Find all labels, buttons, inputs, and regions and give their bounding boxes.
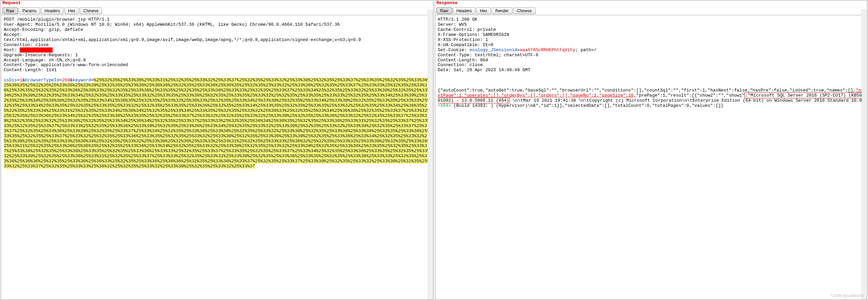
cookie-label: Set-Cookie: (438, 47, 470, 53)
req-line: Accept: (4, 32, 22, 37)
tab-headers[interactable]: Headers (41, 7, 63, 14)
tab-headers[interactable]: Headers (453, 7, 476, 14)
param-name: keyword (73, 78, 91, 83)
req-line: Upgrade-Insecure-Requests: 1 (4, 53, 78, 58)
req-host-label: Host: (4, 47, 20, 53)
req-line: User-Agent: Mozilla/5.0 (Windows NT 10.0… (4, 22, 340, 27)
tab-chinese[interactable]: Chinese (513, 7, 536, 14)
request-pane: Request Raw Params Headers Hex Chinese P… (1, 0, 433, 300)
resp-line: Content-Type: text/html; charset=UTF-8 (438, 53, 538, 58)
param-name: browserTypeId (25, 78, 59, 83)
eq: = (17, 78, 20, 83)
resp-line: Date: Sat, 29 Apr 2023 14:48:49 GMT (438, 67, 531, 73)
response-tabs: Raw Headers Hex Render Chinese (435, 7, 867, 15)
resp-body-mid: "prePage":1,"result":[{"show2":"","show1… (636, 93, 745, 98)
request-tabs: Raw Params Headers Hex Chinese (1, 7, 433, 15)
tab-raw[interactable]: Raw (437, 7, 452, 14)
req-line: Content-Type: application/x-www-form-url… (4, 62, 128, 67)
request-title: Request (1, 0, 433, 7)
scrollbar[interactable] (862, 9, 867, 300)
request-raw-content[interactable]: POST /mobile/plugin/browser.jsp HTTP/1.1… (1, 15, 433, 300)
tab-hex[interactable]: Hex (476, 7, 491, 14)
response-raw-content[interactable]: HTTP/1.1 200 OK Server: WVS Cache-Contro… (435, 15, 867, 300)
resp-line: Connection: close (438, 62, 483, 67)
eq: = (59, 78, 62, 83)
resp-line: Server: WVS (438, 22, 467, 27)
req-line: Accept-Language: zh-CN,zh;q=0.9 (4, 58, 86, 63)
resp-body-json: {"autoCount":true,"autoGet":true,"baseSq… (438, 88, 856, 93)
tab-params[interactable]: Params (19, 7, 40, 14)
payload-highlight: %25%32%35%25%33%36%25%33%31%25%32%35%25%… (4, 78, 430, 169)
resp-line: HTTP/1.1 200 OK (438, 17, 478, 22)
resp-body-post2: (Build 14393: ) (Hypervisor)\n&","id":1}… (451, 103, 724, 108)
tab-raw[interactable]: Raw (2, 7, 18, 14)
tab-render[interactable]: Render (491, 7, 512, 14)
req-line: text/html,application/xhtml+xml,applicat… (4, 37, 361, 42)
req-line: Connection: close (4, 42, 49, 47)
resp-line: X-UA-Compatible: IE=8 (438, 42, 494, 47)
cookie-rest: ; path=/ (575, 47, 596, 53)
redacted-host: redactedhost (20, 47, 53, 53)
resp-line: X-Frame-Options: SAMEORIGIN (438, 32, 509, 37)
param-value: 1 (20, 78, 22, 83)
amp: & (70, 78, 73, 83)
resp-line: X-XSS-Protection: 1 (438, 37, 488, 42)
cookie-value: aaaX765cRRHEPhtFqViFy (520, 47, 575, 53)
req-line: POST /mobile/plugin/browser.jsp HTTP/1.1 (4, 17, 110, 22)
resp-body-post: \n\tMar 19 2021 19:41:38 \n\tCopyright (… (510, 98, 864, 103)
param-value: 269 (62, 78, 70, 83)
req-line: Content-Length: 1141 (4, 67, 57, 73)
cookie-name: ecology_JSessionid (469, 47, 517, 53)
resp-line: Cache-Control: private (438, 27, 496, 32)
response-pane: Response Raw Headers Hex Render Chinese … (435, 0, 868, 300)
x64-tag: <X64> (438, 103, 451, 108)
param-name: isDis (4, 78, 17, 83)
tab-hex[interactable]: Hex (64, 7, 79, 14)
resp-line: Content-Length: 604 (438, 58, 488, 63)
tab-chinese[interactable]: Chinese (80, 7, 102, 14)
response-title: Response (435, 0, 867, 7)
req-line: Accept-Encoding: gzip, deflate (4, 27, 83, 32)
scrollbar[interactable] (428, 9, 433, 300)
watermark: CSDN @sublime88 (831, 294, 864, 298)
